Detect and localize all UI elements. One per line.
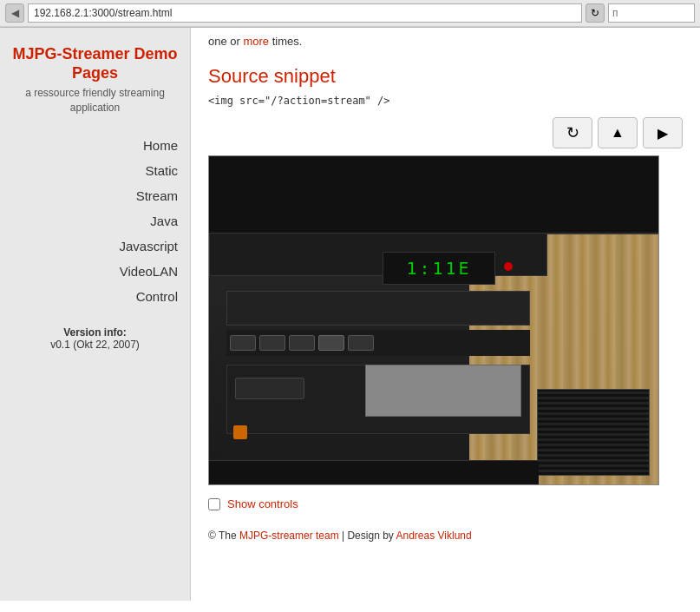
sidebar-version: Version info: v0.1 (Okt 22, 2007) [0,326,190,351]
sidebar-link-stream[interactable]: Stream [0,183,190,208]
metal-panel [365,365,521,417]
address-bar[interactable]: 192.168.2.1:3000/stream.html [28,3,582,23]
page-wrapper: MJPG-Streamer Demo Pages a ressource fri… [0,28,700,601]
sidebar-link-static[interactable]: Static [0,158,190,183]
sidebar-item-videolan[interactable]: VideoLAN [0,259,190,284]
refresh-button[interactable]: ↻ [586,3,605,23]
show-controls-checkbox[interactable] [208,498,220,510]
sidebar-item-control[interactable]: Control [0,284,190,309]
top-text: one or more times. [208,28,683,56]
search-input[interactable] [608,3,695,23]
knob-area [235,378,304,399]
pause-stream-icon: ▲ [611,125,625,141]
sidebar-link-javascript[interactable]: Javascript [0,234,190,259]
show-controls-area: Show controls [208,497,683,510]
sidebar-item-stream[interactable]: Stream [0,183,190,208]
device-block [209,233,547,276]
sidebar-item-java[interactable]: Java [0,208,190,234]
speaker-grille [537,389,650,476]
more-text: more [243,35,269,48]
led-indicator [504,262,513,271]
stream-controls: ↻ ▲ ▶ [208,117,683,148]
pause-stream-button[interactable]: ▲ [598,117,638,148]
orange-accent [233,425,247,439]
back-button[interactable]: ◀ [5,3,24,23]
sidebar-link-control[interactable]: Control [0,284,190,309]
back-icon: ◀ [11,7,19,19]
display-time: 1:11E [406,258,471,279]
refresh-stream-button[interactable]: ↻ [553,117,592,148]
play-stream-icon: ▶ [657,125,668,141]
version-value: v0.1 (Okt 22, 2007) [50,339,140,351]
footer: © The MJPG-streamer team | Design by And… [208,524,683,542]
display-panel: 1:11E [383,252,495,285]
sidebar-item-home[interactable]: Home [0,133,190,158]
main-content: one or more times. Source snippet <img s… [191,28,700,601]
version-label: Version info: [63,326,127,339]
footer-designer-link[interactable]: Andreas Viklund [396,530,472,542]
camera-scene: 1:11E [209,156,658,484]
bottom-bar [209,460,539,484]
stream-image: 1:11E [208,155,659,485]
refresh-stream-icon: ↻ [566,123,579,142]
sidebar-title: MJPG-Streamer Demo Pages [0,36,190,86]
browser-chrome: ◀ 192.168.2.1:3000/stream.html ↻ [0,0,700,28]
refresh-icon: ↻ [591,7,599,19]
top-strip [209,156,659,234]
sidebar-item-static[interactable]: Static [0,158,190,183]
sidebar-link-videolan[interactable]: VideoLAN [0,259,190,284]
sidebar-nav: Home Static Stream Java Javascript Video… [0,133,190,309]
browser-toolbar: ◀ 192.168.2.1:3000/stream.html ↻ [0,0,700,27]
url-text: 192.168.2.1:3000/stream.html [34,7,172,19]
sidebar-item-javascript[interactable]: Javascript [0,234,190,259]
tape-row [226,291,530,326]
footer-text: © The [208,530,239,542]
sidebar-link-home[interactable]: Home [0,133,190,158]
show-controls-label[interactable]: Show controls [227,497,298,510]
buttons-row [226,330,530,356]
sidebar-link-java[interactable]: Java [0,208,190,234]
sidebar-subtitle: a ressource friendly streaming applicati… [0,86,190,126]
play-stream-button[interactable]: ▶ [643,117,683,148]
sidebar: MJPG-Streamer Demo Pages a ressource fri… [0,28,191,601]
footer-team-link[interactable]: MJPG-streamer team [239,530,339,542]
code-snippet: <img src="/?action=stream" /> [208,95,683,107]
footer-middle: | Design by [339,530,396,542]
source-snippet-title: Source snippet [208,65,683,88]
